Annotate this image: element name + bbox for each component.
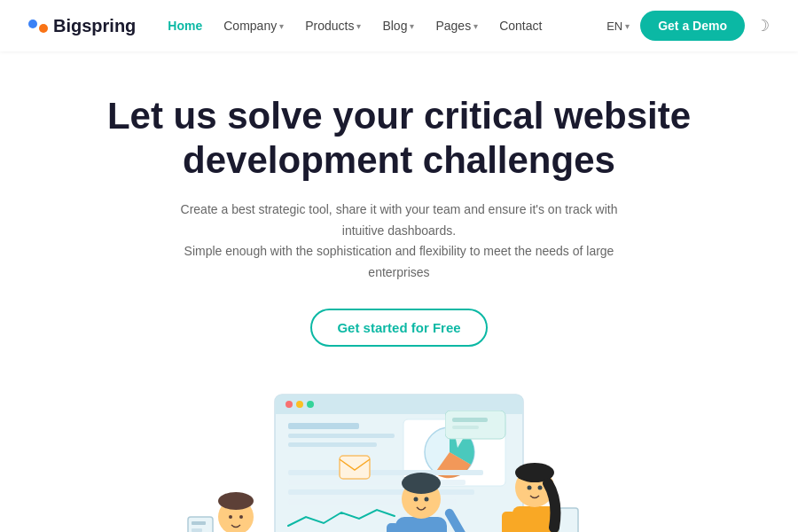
svg-rect-41 bbox=[443, 507, 468, 532]
nav-company[interactable]: Company ▾ bbox=[223, 19, 284, 33]
svg-rect-17 bbox=[452, 426, 479, 429]
chevron-down-icon: ▾ bbox=[410, 21, 414, 31]
person-left bbox=[186, 448, 284, 532]
svg-point-3 bbox=[286, 401, 293, 408]
svg-rect-6 bbox=[288, 423, 359, 429]
svg-point-31 bbox=[218, 492, 254, 510]
svg-rect-29 bbox=[192, 528, 202, 532]
svg-point-45 bbox=[414, 497, 419, 501]
chevron-down-icon: ▾ bbox=[356, 21, 361, 31]
nav-products[interactable]: Products ▾ bbox=[305, 19, 361, 33]
person-right bbox=[479, 439, 585, 532]
svg-point-46 bbox=[425, 497, 429, 501]
theme-toggle-icon[interactable]: ☽ bbox=[755, 16, 770, 35]
svg-point-4 bbox=[296, 401, 303, 408]
nav-pages[interactable]: Pages ▾ bbox=[435, 19, 478, 33]
get-started-button[interactable]: Get started for Free bbox=[310, 309, 487, 347]
chevron-down-icon: ▾ bbox=[473, 21, 478, 31]
logo-dot-blue bbox=[28, 20, 37, 28]
hero-section: Let us solve your critical website devel… bbox=[0, 51, 798, 532]
svg-rect-54 bbox=[559, 508, 578, 532]
logo[interactable]: Bigspring bbox=[28, 16, 136, 36]
nav-right: EN ▾ Get a Demo ☽ bbox=[606, 11, 770, 41]
chevron-down-icon: ▾ bbox=[279, 21, 284, 31]
svg-rect-42 bbox=[387, 523, 399, 532]
svg-point-44 bbox=[402, 473, 441, 494]
nav-contact[interactable]: Contact bbox=[499, 19, 542, 33]
person-center bbox=[355, 439, 488, 532]
svg-point-59 bbox=[538, 485, 543, 489]
nav-home[interactable]: Home bbox=[168, 19, 202, 33]
navbar: Bigspring Home Company ▾ Products ▾ Blog… bbox=[0, 0, 798, 51]
svg-point-58 bbox=[528, 485, 532, 489]
language-selector[interactable]: EN ▾ bbox=[606, 20, 630, 33]
svg-point-32 bbox=[229, 515, 232, 519]
nav-blog[interactable]: Blog ▾ bbox=[382, 19, 414, 33]
logo-dot-orange bbox=[39, 24, 48, 33]
svg-point-5 bbox=[307, 401, 314, 408]
svg-rect-55 bbox=[502, 512, 516, 532]
svg-rect-16 bbox=[452, 418, 488, 422]
logo-icon bbox=[28, 20, 48, 33]
svg-rect-40 bbox=[395, 517, 447, 532]
svg-rect-28 bbox=[192, 521, 206, 525]
svg-point-33 bbox=[239, 515, 243, 519]
svg-rect-15 bbox=[445, 411, 505, 439]
hero-title: Let us solve your critical website devel… bbox=[71, 94, 727, 184]
demo-button[interactable]: Get a Demo bbox=[640, 11, 745, 41]
nav-links: Home Company ▾ Products ▾ Blog ▾ Pages ▾… bbox=[168, 19, 606, 33]
hero-subtitle: Create a best strategic tool, share it w… bbox=[168, 200, 630, 284]
logo-text: Bigspring bbox=[53, 16, 136, 36]
svg-rect-7 bbox=[288, 434, 395, 438]
hero-illustration: S H L bbox=[71, 386, 727, 532]
chevron-down-icon: ▾ bbox=[625, 21, 630, 31]
